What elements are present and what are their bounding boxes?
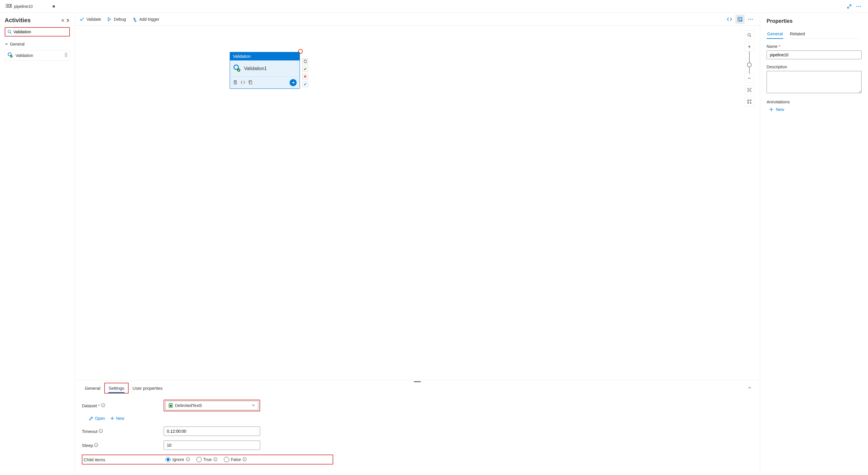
auto-layout-button[interactable] [745, 97, 754, 106]
copy-node-button[interactable] [248, 80, 253, 86]
chevron-down-icon [5, 42, 8, 46]
canvas-search-button[interactable] [745, 30, 754, 40]
radio-true[interactable]: True [196, 457, 217, 462]
code-view-button[interactable] [725, 14, 734, 24]
grip-icon [65, 53, 67, 58]
pipeline-icon [6, 4, 12, 9]
radio-false[interactable]: False [224, 457, 247, 462]
bottom-panel: General Settings User properties Dataset… [75, 380, 760, 475]
info-icon[interactable] [101, 403, 105, 408]
tab-bar: pipeline10 [0, 0, 868, 13]
panel-resize-handle[interactable] [75, 380, 760, 383]
node-type-label: Validation [230, 52, 300, 61]
toolbar-more-button[interactable] [746, 14, 755, 24]
port-failure[interactable] [302, 74, 308, 79]
child-items-label: Child items [84, 457, 165, 462]
properties-toggle-button[interactable] [735, 14, 745, 24]
timeout-input[interactable] [164, 427, 260, 436]
zoom-fit-button[interactable] [745, 85, 754, 95]
svg-rect-23 [750, 100, 751, 101]
node-code-button[interactable] [241, 80, 245, 86]
more-icon[interactable] [855, 3, 862, 10]
activities-sidebar: Activities General Validation [0, 13, 75, 475]
node-name: Validation1 [244, 66, 267, 71]
activity-search-input[interactable] [5, 27, 70, 36]
unsaved-indicator-icon [53, 5, 55, 8]
category-general[interactable]: General [5, 40, 70, 48]
port-success[interactable] [302, 66, 308, 72]
tab-user-properties[interactable]: User properties [129, 383, 167, 394]
svg-rect-2 [10, 4, 11, 8]
svg-rect-24 [748, 102, 749, 103]
prop-tab-related[interactable]: Related [789, 29, 805, 38]
annotations-label: Annotations [767, 99, 862, 104]
new-dataset-button[interactable]: New [110, 416, 124, 421]
info-icon[interactable] [213, 457, 217, 462]
description-textarea[interactable] [767, 71, 862, 93]
svg-rect-27 [170, 405, 172, 407]
svg-rect-1 [8, 4, 10, 8]
dataset-file-icon [168, 403, 173, 408]
sidebar-title: Activities [5, 17, 31, 24]
tab-general[interactable]: General [81, 383, 104, 394]
svg-rect-19 [250, 81, 252, 84]
dataset-label: Dataset * [82, 403, 164, 408]
sidebar-collapse-button[interactable] [61, 19, 70, 23]
node-status-indicator [298, 49, 303, 54]
zoom-slider[interactable] [745, 42, 754, 83]
info-icon[interactable] [186, 457, 190, 462]
svg-rect-21 [748, 89, 750, 91]
pipeline-canvas[interactable]: Validation Validation1 [75, 26, 760, 380]
port-completion[interactable] [302, 58, 308, 64]
svg-point-6 [8, 30, 11, 33]
svg-point-20 [748, 34, 750, 36]
debug-button[interactable]: Debug [107, 16, 126, 23]
properties-panel: Properties General Related Name * Descri… [760, 13, 868, 475]
node-navigate-button[interactable] [290, 79, 297, 86]
svg-rect-11 [67, 53, 67, 57]
sleep-input[interactable] [164, 441, 260, 450]
add-trigger-button[interactable]: Add trigger [132, 15, 159, 23]
radio-ignore[interactable]: Ignore [165, 457, 190, 462]
panel-collapse-button[interactable] [745, 383, 754, 393]
name-label: Name * [767, 44, 862, 49]
pipeline-tab[interactable]: pipeline10 [2, 0, 58, 12]
svg-point-13 [741, 20, 742, 21]
description-label: Description [767, 65, 862, 69]
chevron-down-icon [252, 403, 255, 408]
port-skip[interactable] [302, 81, 308, 87]
info-icon[interactable] [243, 457, 247, 462]
add-annotation-button[interactable]: New [767, 107, 862, 112]
info-icon[interactable] [94, 443, 98, 448]
zoom-out-button[interactable] [745, 74, 754, 83]
activity-validation[interactable]: Validation [5, 50, 70, 61]
tab-settings[interactable]: Settings [104, 383, 128, 394]
sleep-label: Sleep [82, 443, 164, 448]
open-dataset-button[interactable]: Open [89, 416, 105, 421]
prop-tab-general[interactable]: General [767, 29, 783, 38]
svg-point-14 [748, 19, 749, 20]
canvas-toolbar: Validate Debug Add trigger [75, 13, 760, 26]
svg-point-5 [860, 6, 861, 7]
zoom-in-button[interactable] [745, 42, 754, 52]
delete-node-button[interactable] [233, 80, 238, 86]
info-icon[interactable] [99, 429, 103, 434]
validation-icon [7, 52, 13, 59]
timeout-label: Timeout [82, 429, 164, 434]
svg-rect-22 [748, 100, 749, 101]
svg-rect-0 [6, 4, 8, 8]
validate-button[interactable]: Validate [80, 16, 101, 23]
svg-rect-9 [65, 53, 65, 57]
svg-point-4 [858, 6, 859, 7]
expand-icon[interactable] [846, 3, 853, 10]
properties-title: Properties [767, 18, 862, 24]
svg-point-3 [857, 6, 858, 7]
tab-title: pipeline10 [14, 4, 33, 9]
svg-point-16 [752, 19, 753, 20]
validation-icon [233, 64, 241, 73]
svg-rect-10 [66, 53, 66, 57]
svg-point-15 [750, 19, 751, 20]
dataset-dropdown[interactable]: DelimitedText5 [165, 401, 258, 410]
validation-node[interactable]: Validation Validation1 [230, 52, 300, 89]
pipeline-name-input[interactable] [767, 50, 862, 59]
